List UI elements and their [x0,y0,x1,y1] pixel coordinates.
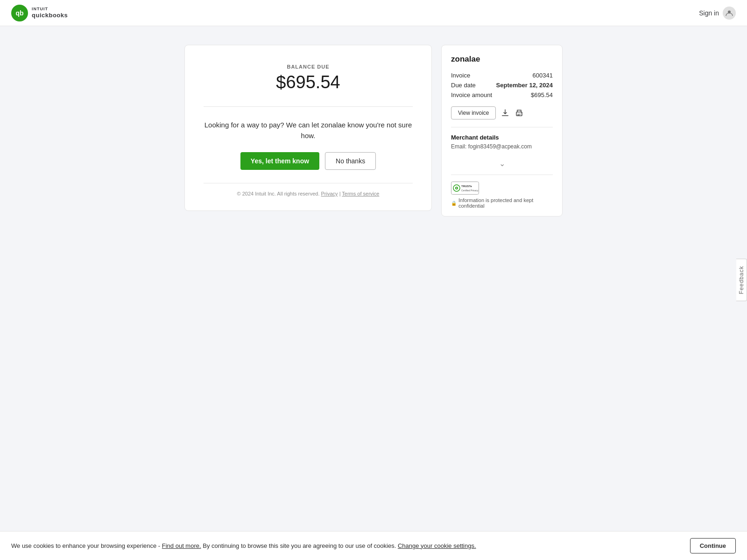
invoice-amount-row: Invoice amount $695.54 [451,90,553,100]
terms-link[interactable]: Terms of service [342,191,379,196]
invoice-details-table: Invoice 600341 Due date September 12, 20… [451,70,553,100]
cookie-continuing: By continuing to browse this site you ar… [203,542,398,549]
due-date-label: Due date [451,80,494,90]
merchant-divider [451,127,553,127]
truste-section: TRUSTe Certified Privacy 🔒 Information i… [451,175,553,216]
balance-due-label: BALANCE DUE [204,64,413,70]
change-cookie-settings-link[interactable]: Change your cookie settings. [398,542,476,549]
confidential-text: 🔒 Information is protected and kept conf… [451,197,553,209]
logo-area: qb INTUIT quickbooks [11,5,68,21]
find-out-more-link[interactable]: Find out more. [162,542,201,549]
divider-2 [204,183,413,183]
merchant-email: Email: fogin83459@acpeak.com [451,143,553,150]
invoice-amount-value: $695.54 [494,90,553,100]
merchant-name: zonalae [451,55,553,64]
cookie-banner: We use cookies to enhance your browsing … [0,531,747,560]
svg-rect-3 [502,115,508,116]
yes-button[interactable]: Yes, let them know [240,152,319,170]
no-button[interactable]: No thanks [325,152,376,170]
merchant-details-title: Merchant details [451,134,553,141]
right-card: zonalae Invoice 600341 Due date Septembe… [441,45,563,217]
svg-text:Certified Privacy: Certified Privacy [461,189,479,192]
header-right: Sign in [699,7,736,20]
invoice-label: Invoice [451,70,494,80]
footer-text: © 2024 Intuit Inc. All rights reserved. … [204,191,413,196]
button-group: Yes, let them know No thanks [204,152,413,170]
left-card: BALANCE DUE $695.54 Looking for a way to… [184,45,432,211]
cookie-intro: We use cookies to enhance your browsing … [11,542,162,549]
svg-text:qb: qb [15,9,23,17]
print-invoice-button[interactable] [514,108,524,118]
prompt-message: Looking for a way to pay? We can let zon… [204,120,413,141]
header: qb INTUIT quickbooks Sign in [0,0,747,26]
lock-icon: 🔒 [451,201,457,206]
cookie-continue-button[interactable]: Continue [690,538,736,553]
main-content: BALANCE DUE $695.54 Looking for a way to… [117,26,630,235]
cookie-text: We use cookies to enhance your browsing … [11,541,684,551]
logo-text: INTUIT quickbooks [32,7,68,19]
merchant-details-section: Merchant details Email: fogin83459@acpea… [451,134,553,150]
privacy-link[interactable]: Privacy [321,191,338,196]
invoice-actions: View invoice [451,106,553,119]
svg-text:TRUSTe: TRUSTe [461,185,472,188]
invoice-row: Invoice 600341 [451,70,553,80]
due-date-value: September 12, 2024 [494,80,553,90]
svg-point-7 [521,112,522,113]
sign-in-link[interactable]: Sign in [699,9,719,17]
merchant-details-chevron[interactable]: ⌄ [451,156,553,175]
invoice-amount-label: Invoice amount [451,90,494,100]
quickbooks-logo-icon: qb [11,5,28,21]
balance-amount: $695.54 [204,72,413,92]
invoice-number: 600341 [494,70,553,80]
view-invoice-button[interactable]: View invoice [451,106,496,119]
svg-rect-5 [517,114,521,114]
svg-rect-6 [517,115,520,115]
feedback-sidebar[interactable]: Feedback [736,259,747,301]
svg-point-11 [456,188,457,189]
truste-logo-icon: TRUSTe Certified Privacy [451,182,479,195]
due-date-row: Due date September 12, 2024 [451,80,553,90]
download-invoice-button[interactable] [500,108,510,118]
user-avatar-icon [723,7,736,20]
copyright-text: © 2024 Intuit Inc. All rights reserved. [237,191,321,196]
separator: | [339,191,341,196]
truste-badge: TRUSTe Certified Privacy [451,182,479,195]
divider-1 [204,106,413,107]
confidential-label: Information is protected and kept confid… [458,197,553,209]
